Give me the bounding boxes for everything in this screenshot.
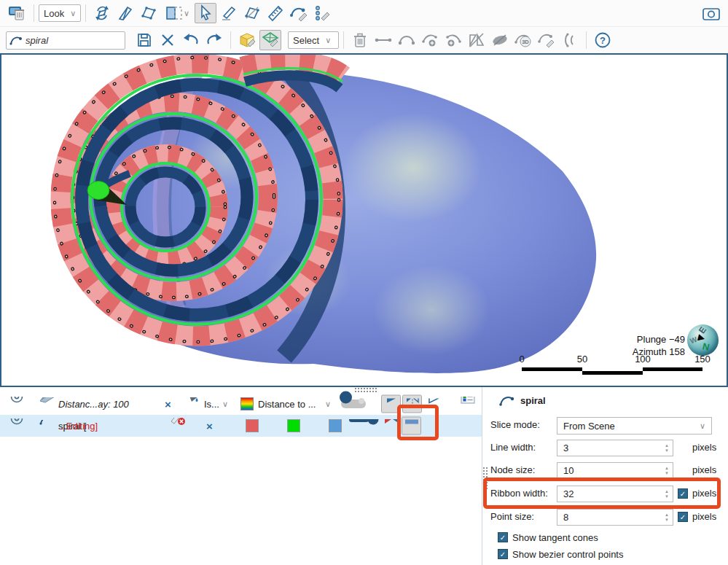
redo-icon (205, 31, 224, 49)
cancel-edit-button[interactable] (157, 30, 179, 50)
node-size-input[interactable] (557, 463, 661, 478)
curved-segment-button[interactable] (396, 30, 418, 50)
ribbon-toggle-button[interactable] (402, 417, 421, 435)
move-plane-tool-button[interactable] (91, 3, 113, 23)
scale-bar-segment (522, 367, 582, 371)
point-size-input[interactable] (557, 510, 661, 525)
remove-shape-button[interactable]: × (206, 420, 213, 432)
ribbon-width-row: Ribbon width: ▲▼ ✓ pixels (482, 486, 728, 503)
scalpel-icon (220, 4, 238, 22)
animate-forward-button[interactable] (381, 395, 401, 413)
flip-direction-button[interactable] (402, 395, 422, 413)
undo-button[interactable] (180, 30, 202, 50)
slicer-blade-icon (117, 4, 134, 22)
shape-row-distance[interactable]: Distanc...ay: 100 × Is... ∨ Distance to … (0, 393, 482, 415)
points-pencil-icon (313, 4, 332, 22)
edit-points-tool-button[interactable] (311, 3, 333, 23)
line-width-units: pixels (692, 442, 716, 453)
show-tangent-cones-checkbox[interactable]: ✓ (498, 532, 508, 542)
slice-mode-label: Slice mode: (490, 419, 540, 430)
draw-slicer-polyline-tool-button[interactable] (138, 3, 160, 23)
opacity-toggle[interactable] (341, 400, 366, 408)
select-mode-label: Select (293, 35, 319, 46)
shape-row-spiral[interactable]: spiral [...Editing] × (0, 415, 482, 437)
scale-label: 50 (570, 354, 595, 365)
compass-ball[interactable]: E N W ▶ (687, 324, 719, 356)
curve-pencil-icon (289, 4, 308, 22)
draw-curve-tool-button[interactable] (288, 3, 310, 23)
properties-header: spiral (499, 394, 546, 407)
straight-segment-button[interactable] (372, 30, 394, 50)
editing-badge: ...Editing] (58, 421, 98, 432)
ribbon-width-spinner[interactable]: ▲▼ (661, 486, 673, 502)
ribbon-width-label: Ribbon width: (490, 488, 548, 499)
properties-panel: spiral Slice mode: From Scene ∨ Line wid… (482, 387, 728, 565)
point-size-pixels-checkbox[interactable]: ✓ (678, 512, 688, 522)
remove-shape-button[interactable]: × (165, 398, 171, 410)
disc-icon (490, 31, 509, 49)
point-colour-swatch[interactable] (329, 419, 342, 432)
shape-name: Distanc...ay: 100 (58, 399, 129, 410)
draw-slicer-tool-button[interactable] (114, 3, 136, 23)
slice-mode-dropdown[interactable]: From Scene ∨ (557, 417, 712, 435)
insert-node-button[interactable] (442, 30, 464, 50)
add-node-button[interactable] (419, 30, 441, 50)
chevron-down-icon: ∨ (325, 36, 331, 45)
application-window: Look ∨ (0, 0, 728, 565)
select-mode-dropdown[interactable]: Select ∨ (288, 31, 339, 49)
segment-icon (374, 31, 393, 49)
ruler-tool-button[interactable] (265, 3, 286, 23)
show-bezier-checkbox[interactable]: ✓ (498, 549, 508, 559)
play-outline-button[interactable] (423, 395, 443, 413)
move-points-3d-button[interactable] (236, 30, 258, 50)
polyline-plane-icon (140, 4, 157, 22)
line-colour-swatch[interactable] (246, 419, 259, 432)
scene-viewport[interactable]: 0 50 100 150 Plunge −49 Azimuth 158 E N … (0, 53, 728, 387)
save-icon (136, 31, 153, 49)
chevron-down-icon: ∨ (184, 9, 189, 18)
object-name-field-wrap (6, 31, 125, 50)
delete-node-button[interactable] (349, 30, 371, 50)
edit-toolbar: Select ∨ (0, 27, 728, 53)
curve-3d-icon: 3D (514, 31, 533, 49)
node-size-spinner[interactable]: ▲▼ (661, 463, 673, 478)
shape-list-panel: Distanc...ay: 100 × Is... ∨ Distance to … (0, 387, 482, 565)
curve-3d-button[interactable]: 3D (512, 30, 534, 50)
draw-on-surface-button[interactable] (259, 30, 281, 50)
object-name-input[interactable] (26, 35, 113, 46)
point-size-units: pixels (692, 511, 716, 522)
redo-button[interactable] (203, 30, 225, 50)
colour-option-dropdown-label[interactable]: Distance to ... (258, 399, 316, 410)
properties-title: spiral (520, 395, 546, 406)
panel-splitter-handle[interactable] (355, 388, 377, 392)
curve-pencil-gray-icon (537, 31, 556, 49)
line-width-input[interactable] (557, 440, 661, 456)
arc-icon (397, 31, 416, 49)
ribbon-width-pixels-checkbox[interactable]: ✓ (678, 488, 688, 499)
slice-display-mode-button[interactable]: ∨ (161, 3, 193, 23)
screenshot-button[interactable] (700, 3, 722, 23)
scale-bar-segment (582, 371, 643, 375)
draw-curve-disabled-button[interactable] (536, 30, 557, 50)
cube-edit-icon (238, 31, 257, 50)
help-button[interactable]: ? (592, 30, 614, 50)
toolbar-separator (85, 4, 86, 22)
point-size-spinner[interactable]: ▲▼ (661, 510, 673, 525)
clear-scene-button[interactable] (7, 3, 28, 23)
save-button[interactable] (133, 30, 155, 50)
disc-button[interactable] (489, 30, 511, 50)
draw-line-tool-button[interactable] (218, 3, 240, 23)
curve-brackets-button[interactable] (559, 30, 581, 50)
shader-dropdown-label[interactable]: Is... (204, 399, 219, 410)
line-width-spinner[interactable]: ▲▼ (661, 440, 673, 456)
node-colour-swatch[interactable] (287, 419, 300, 432)
colour-ramp-swatch[interactable] (240, 397, 254, 410)
edit-polyline-tool-button[interactable] (241, 3, 263, 23)
scale-label: 0 (509, 354, 534, 365)
ribbon-width-input[interactable] (557, 486, 661, 502)
look-dropdown[interactable]: Look ∨ (39, 4, 81, 22)
tangent-plane-button[interactable] (466, 30, 488, 50)
trash-icon (351, 31, 369, 49)
chevron-down-icon: ∨ (700, 421, 705, 431)
select-tool-button[interactable] (195, 3, 216, 23)
